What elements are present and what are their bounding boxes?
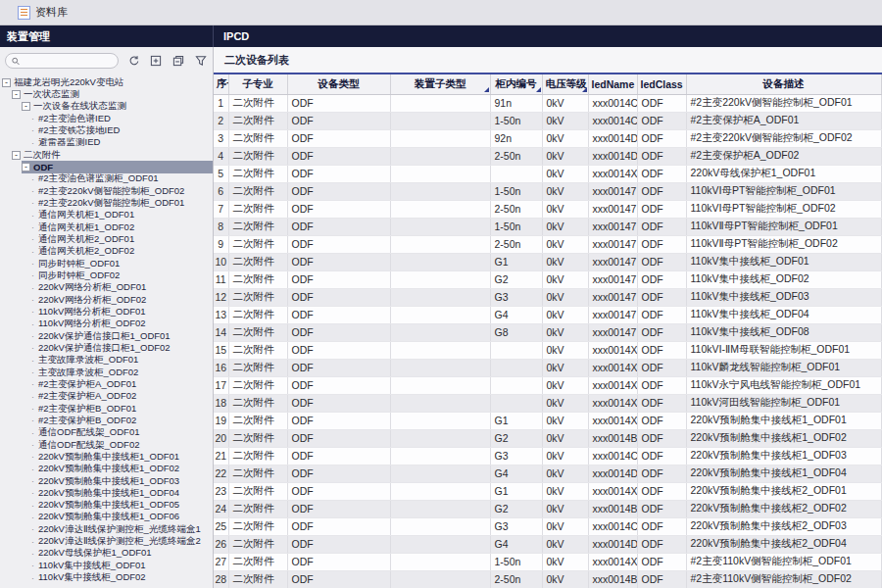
tree-leaf-node[interactable]: ·220kV预制舱集中接线柜1_ODF03 [31,475,213,487]
table-cell: ODF [637,253,686,270]
tree-leaf-node[interactable]: ·通信ODF配线架_ODF02 [31,439,213,451]
tree-leaf-node[interactable]: ·同步时钟柜_ODF02 [31,270,213,281]
tree-leaf-node[interactable]: ·220kV保护通信接口柜1_ODF02 [31,342,213,354]
tree-leaf-node[interactable]: ·110kV集中接线柜_ODF02 [31,571,213,583]
tree-leaf-node[interactable]: ·220kV漳达Ⅱ线保护测控柜_光缆终端盒2 [31,535,213,547]
table-row[interactable]: 14二次附件ODFG80kVxxx00147ODF110kV集中接线柜_ODF0… [214,323,881,341]
collapse-expander-icon[interactable]: - [22,163,30,172]
tree-leaf-node[interactable]: ·220kV网络分析柜_ODF01 [31,282,213,294]
filter-button[interactable] [193,53,208,69]
expand-all-button[interactable] [149,53,164,69]
tree-leaf-node[interactable]: ·220kV保护通信接口柜1_ODF01 [31,330,213,342]
table-row[interactable]: 5二次附件ODF0kVxxx0014XODF220kV母线保护柜1_ODF01 [214,165,881,182]
tree-leaf-node[interactable]: ·110kV网络分析柜_ODF02 [31,318,213,330]
table-row[interactable]: 18二次附件ODF0kVxxx0014XODF110kV河田线智能控制柜_ODF… [214,394,881,412]
tree-leaf-node[interactable]: ·通信ODF配线架_ODF01 [31,427,213,439]
table-row[interactable]: 19二次附件ODFG10kVxxx0014XODF220kV预制舱集中接线柜1_… [214,412,881,429]
tree-leaf-node[interactable]: ·通信网关机柜1_ODF02 [31,221,213,233]
sort-filter-icon[interactable] [484,87,489,92]
column-header[interactable]: IedName [588,74,637,94]
table-row[interactable]: 1二次附件ODF91n0kVxxx0014CODF#2主变220kV侧智能控制柜… [214,94,881,112]
tree-leaf-node[interactable]: ·#2主变油色谱IED [31,113,213,124]
collapse-expander-icon[interactable]: - [2,78,11,87]
tree-leaf-node[interactable]: ·#2主变保护柜A_ODF01 [31,378,213,390]
table-row[interactable]: 28二次附件ODF2-50n0kVxxx0014BODF#2主变110kV侧智能… [214,570,881,588]
table-row[interactable]: 10二次附件ODFG10kVxxx00147ODF110kV集中接线柜_ODF0… [214,253,881,270]
table-row[interactable]: 25二次附件ODFG30kVxxx0014CODF220kV预制舱集中接线柜2_… [214,517,881,535]
tree-search-box[interactable] [5,53,119,69]
table-cell: 0kV [542,570,588,588]
table-row[interactable]: 13二次附件ODFG40kVxxx00147ODF110kV集中接线柜_ODF0… [214,306,881,323]
tree-branch-node[interactable]: -一次状态监测 [12,88,213,100]
tree-leaf-node[interactable]: ·通信网关机柜1_ODF01 [31,210,213,221]
tree-leaf-node[interactable]: ·通信网关机柜2_ODF01 [31,233,213,245]
table-row[interactable]: 8二次附件ODF1-50n0kVxxx00147ODF110kVⅡ母PT智能控制… [214,218,881,235]
table-row[interactable]: 20二次附件ODFG20kVxxx0014BODF220kV预制舱集中接线柜1_… [214,429,881,447]
tree-leaf-node[interactable]: ·同步时钟柜_ODF01 [31,258,213,270]
tree-leaf-node[interactable]: ·#2主变220kV侧智能控制柜_ODF02 [31,185,213,197]
table-row[interactable]: 11二次附件ODFG20kVxxx00147ODF110kV集中接线柜_ODF0… [214,270,881,288]
column-header[interactable]: 设备类型 [287,74,390,94]
tree-leaf-node[interactable]: ·220kV母线保护柜1_ODF01 [31,548,213,560]
table-row[interactable]: 2二次附件ODF1-50n0kVxxx0014CODF#2主变保护柜A_ODF0… [214,112,881,129]
tree-branch-node[interactable]: -ODF [22,161,213,172]
sort-filter-icon[interactable] [536,87,541,92]
table-row[interactable]: 6二次附件ODF1-50n0kVxxx00147ODF110kVⅠ母PT智能控制… [214,182,881,200]
tree-leaf-node[interactable]: ·通信网关机柜2_ODF02 [31,246,213,258]
sort-filter-icon[interactable] [582,87,587,92]
table-row[interactable]: 4二次附件ODF2-50n0kVxxx0014DODF#2主变保护柜A_ODF0… [214,147,881,165]
table-row[interactable]: 12二次附件ODFG30kVxxx00147ODF110kV集中接线柜_ODF0… [214,288,881,306]
tree-branch-node[interactable]: -一次设备在线状态监测 [22,101,213,113]
column-header[interactable]: IedClass [637,74,686,94]
tree-bullet-icon: · [31,573,37,583]
column-header[interactable]: 柜内编号 [490,74,542,94]
tree-leaf-node[interactable]: ·220kV预制舱集中接线柜1_ODF01 [31,451,213,463]
tree-branch-node[interactable]: -二次附件 [12,149,213,161]
table-row[interactable]: 26二次附件ODFG40kVxxx0014DODF220kV预制舱集中接线柜2_… [214,535,881,553]
table-row[interactable]: 3二次附件ODF92n0kVxxx0014DODF#2主变220kV侧智能控制柜… [214,129,881,147]
tree-leaf-node[interactable]: ·#2主变保护柜B_ODF02 [31,415,213,426]
collapse-expander-icon[interactable]: - [12,90,21,99]
table-row[interactable]: 7二次附件ODF2-50n0kVxxx00147ODF110kVⅠ母PT智能控制… [214,200,881,218]
tree-leaf-node[interactable]: ·110kV网络分析柜_ODF01 [31,306,213,318]
table-row[interactable]: 16二次附件ODF0kVxxx0014XODF110kV麟龙线智能控制柜_ODF… [214,359,881,376]
tree-node-label: 220kV预制舱集中接线柜1_ODF01 [38,451,179,463]
column-header[interactable]: 设备描述 [686,74,881,94]
column-header[interactable]: 装置子类型 [390,74,490,94]
collapse-expander-icon[interactable]: - [12,151,21,160]
tree-leaf-node[interactable]: ·220kV漳达Ⅱ线保护测控柜_光缆终端盒1 [31,523,213,535]
tree-leaf-node[interactable]: ·#2主变油色谱监测柜_ODF01 [31,173,213,185]
tree-leaf-node[interactable]: ·220kV预制舱集中接线柜1_ODF04 [31,487,213,499]
tree-leaf-node[interactable]: ·#2主变保护柜B_ODF01 [31,403,213,415]
table-cell [490,341,542,359]
collapse-expander-icon[interactable]: - [22,102,30,111]
column-header[interactable]: 电压等级 [542,74,588,94]
table-row[interactable]: 23二次附件ODFG10kVxxx0014XODF220kV预制舱集中接线柜2_… [214,482,881,500]
column-header[interactable]: 子专业 [228,74,287,94]
tree-leaf-node[interactable]: ·220kV预制舱集中接线柜1_ODF06 [31,512,213,523]
tree-leaf-node[interactable]: ·主变故障录波柜_ODF01 [31,355,213,367]
tree-leaf-node[interactable]: ·220kV预制舱集中接线柜1_ODF05 [31,499,213,511]
table-row[interactable]: 22二次附件ODFG40kVxxx0014DODF220kV预制舱集中接线柜1_… [214,465,881,482]
tree-search-input[interactable] [23,56,112,66]
tree-leaf-node[interactable]: ·220kV预制舱集中接线柜1_ODF02 [31,464,213,475]
column-header[interactable]: 序号 [214,74,228,94]
tree-leaf-node[interactable]: ·#2主变保护柜A_ODF02 [31,391,213,403]
tree-branch-node[interactable]: -福建龙岩明光220kV变电站 [2,76,213,88]
table-row[interactable]: 9二次附件ODF2-50n0kVxxx00147ODF110kVⅡ母PT智能控制… [214,235,881,253]
refresh-button[interactable] [126,53,141,69]
table-row[interactable]: 15二次附件ODF0kVxxx0014XODF110kVⅠ-ⅡM母联智能控制柜_… [214,341,881,359]
tree-leaf-node[interactable]: ·#2主变铁芯接地IED [31,124,213,136]
table-row[interactable]: 27二次附件ODF1-50n0kVxxx0014XODF#2主变110kV侧智能… [214,553,881,570]
tree-leaf-node[interactable]: ·主变故障录波柜_ODF02 [31,367,213,378]
tree-leaf-node[interactable]: ·110kV集中接线柜_ODF01 [31,560,213,571]
tree-leaf-node[interactable]: ·#2主变220kV侧智能控制柜_ODF01 [31,197,213,209]
tree-leaf-node[interactable]: ·避雷器监测IED [31,137,213,149]
table-row[interactable]: 24二次附件ODFG20kVxxx0014BODF220kV预制舱集中接线柜2_… [214,500,881,517]
table-row[interactable]: 17二次附件ODF0kVxxx0014XODF110kV永宁风电线智能控制柜_O… [214,376,881,394]
library-tab[interactable]: 资料库 [18,5,68,20]
collapse-all-button[interactable] [172,53,186,69]
table-row[interactable]: 21二次附件ODFG30kVxxx0014CODF220kV预制舱集中接线柜1_… [214,447,881,465]
tree-leaf-node[interactable]: ·220kV网络分析柜_ODF02 [31,294,213,306]
tab-secondary-device-list[interactable]: 二次设备列表 [214,53,300,68]
